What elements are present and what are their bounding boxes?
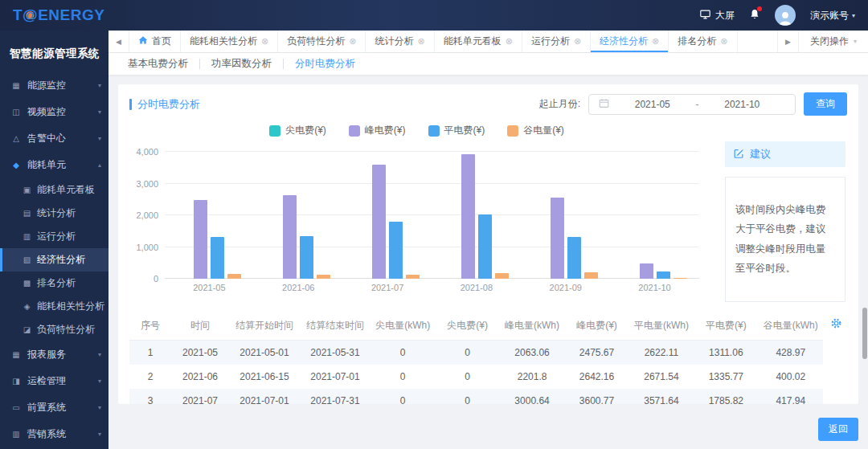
x-axis-tick: 2021-08 [432, 283, 521, 292]
back-button[interactable]: 返回 [818, 418, 858, 441]
sidebar-item-label: 视频监控 [27, 105, 66, 119]
table-column-header: 结算开始时间 [229, 312, 300, 341]
subtab-bar: 基本电费分析功率因数分析分时电费分析 [108, 53, 868, 75]
title-accent-bar [129, 99, 132, 110]
table-head: 序号时间结算开始时间结算结束时间尖电量(kWh)尖电费(¥)峰电量(kWh)峰电… [129, 312, 823, 341]
section-title-text: 分时电费分析 [137, 97, 200, 112]
search-button[interactable]: 查询 [804, 92, 847, 116]
tab-close-icon[interactable]: ⊗ [261, 37, 268, 46]
tab-close-icon[interactable]: ⊗ [574, 37, 581, 46]
legend-item[interactable]: 谷电量(¥) [507, 124, 564, 137]
date-range-input[interactable]: 2021-05 - 2021-10 [588, 94, 796, 115]
sidebar-item[interactable]: ◨运检管理▾ [0, 368, 108, 394]
table-settings-button[interactable] [830, 317, 842, 329]
sidebar-item[interactable]: ▦能源监控▾ [0, 72, 108, 99]
close-operations-label: 关闭操作 [810, 35, 849, 48]
tabs-scroll-right-button[interactable]: ▶ [777, 31, 798, 52]
sidebar-subitem[interactable]: ▩排名分析 [0, 271, 108, 295]
tab-统计分析[interactable]: 统计分析⊗ [366, 31, 434, 52]
sidebar-item[interactable]: ▥营销系统▾ [0, 421, 108, 447]
chart-legend: 尖电费(¥)峰电费(¥)平电费(¥)谷电量(¥) [123, 117, 710, 145]
tab-close-icon[interactable]: ⊗ [349, 37, 356, 46]
sidebar-item[interactable]: ◫视频监控▾ [0, 99, 108, 125]
bar-chart: 尖电费(¥)峰电费(¥)平电费(¥)谷电量(¥) 01,0002,0003,00… [123, 117, 710, 302]
sidebar-title: 智慧能源管理系统 [0, 31, 108, 72]
sidebar-subitem[interactable]: ▤统计分析 [0, 202, 108, 225]
tab-负荷特性分析[interactable]: 负荷特性分析⊗ [278, 31, 366, 52]
bar-谷电量(¥) [584, 272, 598, 279]
tab-close-icon[interactable]: ⊗ [417, 37, 424, 46]
table-cell: 3600.77 [564, 389, 628, 405]
sidebar-subitem-label: 能耗单元看板 [37, 183, 95, 197]
logo-text: ENERGY [38, 6, 104, 24]
top-bar-right: 大屏 演示账号 ▾ [699, 5, 855, 26]
legend-swatch [349, 125, 360, 137]
table-cell: 400.02 [759, 365, 823, 389]
account-dropdown[interactable]: 演示账号 ▾ [810, 9, 855, 22]
tab-能耗单元看板[interactable]: 能耗单元看板⊗ [435, 31, 522, 52]
close-operations-dropdown[interactable]: 关闭操作 ▾ [798, 31, 868, 52]
table-body: 12021-052021-05-012021-05-31002063.06247… [129, 340, 823, 404]
tab-经济性分析[interactable]: 经济性分析⊗ [591, 31, 669, 52]
bar-峰电费(¥) [283, 195, 297, 279]
table-row: 12021-052021-05-012021-05-31002063.06247… [129, 340, 823, 365]
bar-峰电费(¥) [640, 263, 653, 279]
tab-运行分析[interactable]: 运行分析⊗ [522, 31, 591, 52]
sidebar-subitem[interactable]: ◪负荷特性分析 [0, 318, 108, 341]
bar-谷电量(¥) [495, 273, 509, 279]
bar-平电费(¥) [211, 237, 224, 279]
avatar[interactable] [775, 5, 796, 26]
tab-close-icon[interactable]: ⊗ [720, 37, 727, 46]
run-analysis-icon: ▥ [21, 232, 33, 241]
bar-谷电量(¥) [317, 275, 330, 279]
tabs-scroll-left-button[interactable]: ◀ [108, 31, 129, 52]
sidebar-item[interactable]: ▭前置系统▾ [0, 394, 108, 421]
sidebar-item[interactable]: ▦报表服务▾ [0, 341, 108, 368]
date-end-value: 2021-10 [724, 99, 760, 110]
bar-group [432, 152, 521, 279]
x-axis-tick: 2021-07 [343, 283, 432, 292]
sidebar-item-label: 前置系统 [27, 401, 66, 414]
table-cell: 3000.64 [500, 389, 564, 405]
subtab-分时电费分析[interactable]: 分时电费分析 [284, 57, 366, 71]
table-cell: 2021-05-01 [229, 340, 300, 365]
date-start-value: 2021-05 [635, 99, 670, 110]
tab-home[interactable]: 首页 [129, 31, 181, 52]
card-header: 分时电费分析 起止月份: 2021-05 - 2021-10 查询 [118, 84, 858, 117]
big-screen-label: 大屏 [715, 9, 735, 22]
subtab-基本电费分析[interactable]: 基本电费分析 [117, 57, 199, 71]
page-scrollbar-thumb[interactable] [862, 308, 867, 359]
suggestion-title: 建议 [750, 147, 771, 161]
table-cell: 0 [371, 340, 435, 365]
legend-item[interactable]: 尖电费(¥) [269, 124, 326, 137]
tab-排名分析[interactable]: 排名分析⊗ [669, 31, 737, 52]
y-axis-tick: 2,000 [136, 210, 158, 220]
subtab-功率因数分析[interactable]: 功率因数分析 [200, 57, 283, 71]
tab-close-icon[interactable]: ⊗ [506, 37, 513, 46]
table-column-header: 时间 [171, 312, 229, 341]
sidebar-item[interactable]: ◆能耗单元▴ [0, 152, 108, 178]
table-cell: 2063.06 [500, 340, 564, 365]
table-cell: 2 [129, 365, 171, 389]
tab-label: 统计分析 [375, 35, 413, 48]
chevron-down-icon: ▾ [98, 378, 101, 385]
main-area: ◀ 首页 能耗相关性分析⊗负荷特性分析⊗统计分析⊗能耗单元看板⊗运行分析⊗经济性… [108, 31, 868, 449]
sidebar-subitem[interactable]: ▧经济性分析 [0, 248, 108, 271]
table-cell: 3 [129, 389, 171, 405]
tab-close-icon[interactable]: ⊗ [652, 37, 659, 46]
table-cell: 2021-07 [171, 389, 229, 405]
sidebar-subitem[interactable]: ▣能耗单元看板 [0, 178, 108, 202]
big-screen-button[interactable]: 大屏 [699, 9, 735, 22]
table-column-header: 尖电费(¥) [435, 312, 499, 341]
legend-item[interactable]: 平电费(¥) [428, 124, 485, 137]
notifications-button[interactable] [749, 8, 760, 22]
legend-item[interactable]: 峰电费(¥) [349, 124, 406, 137]
tab-能耗相关性分析[interactable]: 能耗相关性分析⊗ [181, 31, 278, 52]
sidebar-subitem[interactable]: ▥运行分析 [0, 225, 108, 248]
bar-谷电量(¥) [406, 275, 420, 279]
chevron-down-icon: ▾ [854, 38, 857, 45]
x-axis-tick: 2021-10 [610, 283, 699, 292]
sidebar-subitem[interactable]: ◈能耗相关性分析 [0, 295, 108, 318]
stat-analysis-icon: ▤ [21, 209, 33, 218]
sidebar-item[interactable]: △告警中心▾ [0, 125, 108, 152]
